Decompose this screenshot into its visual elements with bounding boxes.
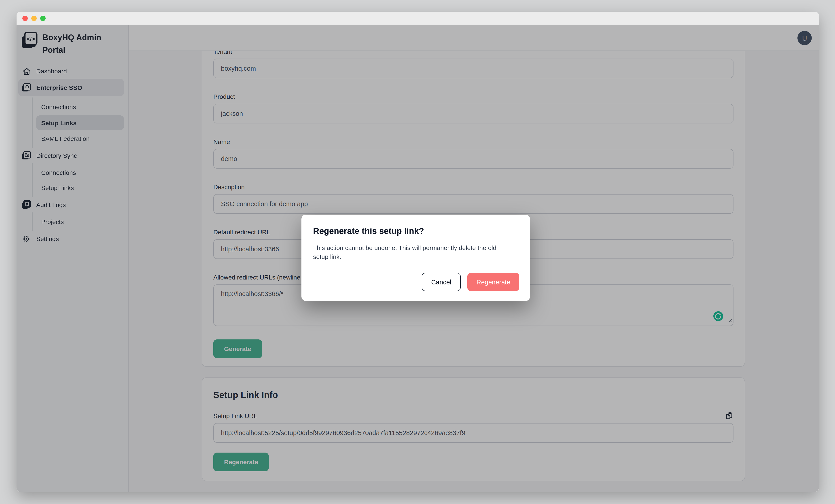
modal-body-text: This action cannot be undone. This will … (313, 243, 503, 261)
regenerate-confirm-modal: Regenerate this setup link? This action … (302, 215, 530, 301)
screen: </> BoxyHQ Admin Portal (0, 0, 835, 504)
confirm-regenerate-button[interactable]: Regenerate (467, 273, 519, 291)
modal-title: Regenerate this setup link? (313, 226, 519, 236)
close-window-button[interactable] (22, 16, 28, 21)
app-window: </> BoxyHQ Admin Portal (17, 12, 819, 492)
cancel-button[interactable]: Cancel (422, 273, 461, 291)
modal-actions: Cancel Regenerate (422, 273, 519, 291)
minimize-window-button[interactable] (31, 16, 37, 21)
zoom-window-button[interactable] (40, 16, 46, 21)
window-titlebar (17, 12, 819, 25)
